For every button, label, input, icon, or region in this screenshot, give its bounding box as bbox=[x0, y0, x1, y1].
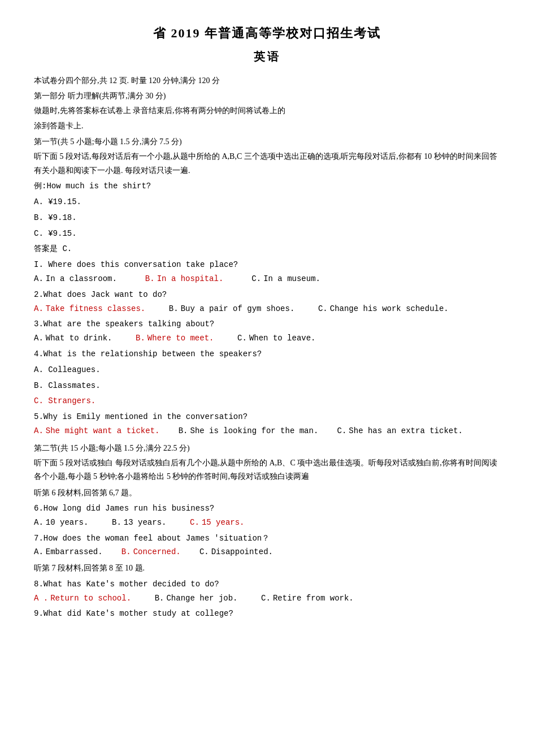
sub-title: 英语 bbox=[34, 47, 500, 66]
q4-opt-a: A. Colleagues. bbox=[34, 364, 500, 377]
q7-opt-c-text: Disappointed. bbox=[211, 546, 273, 559]
q6-opt-a-text: 10 years. bbox=[46, 516, 89, 530]
q1-opt-a-text: In a classroom. bbox=[46, 273, 117, 286]
q5-opt-a-label: A. bbox=[34, 425, 44, 438]
q3-options: A. What to drink. B. Where to meet. C. W… bbox=[34, 332, 500, 345]
q5-opt-b-label: B. bbox=[179, 425, 188, 438]
q8-opt-c-text: Retire from work. bbox=[273, 592, 354, 606]
q1-opt-b-text: In a hospital. bbox=[157, 273, 224, 286]
q2-opt-a-text: Take fitness classes. bbox=[46, 303, 145, 316]
q8-opt-c-label: C. bbox=[261, 592, 271, 606]
q2-options: A. Take fitness classes. B. Buy a pair o… bbox=[34, 303, 500, 316]
q7-opt-a-text: Embarrassed. bbox=[46, 546, 103, 559]
q5-opt-a-text: She might want a ticket. bbox=[46, 425, 160, 438]
q1-opt-b-label: B. bbox=[145, 273, 155, 286]
q6-opt-a-label: A. bbox=[34, 516, 44, 530]
example-option-a: A. ¥19.15. bbox=[34, 196, 500, 209]
q3-opt-a-text: What to drink. bbox=[46, 332, 112, 345]
example-answer: 答案是 C. bbox=[34, 243, 500, 256]
main-title: 省 2019 年普通高等学校对口招生考试 bbox=[34, 23, 500, 44]
q7-options: A. Embarrassed. B. Concerned. C. Disappo… bbox=[34, 546, 500, 559]
q5-text: 5.Why is Emily mentioned in the conversa… bbox=[34, 411, 500, 424]
q7-opt-c-label: C. bbox=[199, 546, 209, 559]
q6-opt-b-label: B. bbox=[112, 516, 121, 530]
q7-opt-a-label: A. bbox=[34, 546, 44, 559]
q2-opt-b-label: B. bbox=[169, 303, 179, 316]
q3-opt-b-text: Where to meet. bbox=[147, 332, 214, 345]
section2-intro: 听下面 5 段对话或独白 每段对话或独白后有几个小题,从题中所给的 A,B、C … bbox=[34, 456, 500, 484]
q1-opt-c-text: In a museum. bbox=[263, 273, 320, 286]
q6-options: A. 10 years. B. 13 years. C. 15 years. bbox=[34, 516, 500, 530]
q1-opt-c-label: C. bbox=[251, 273, 261, 286]
q8-opt-b-label: B. bbox=[155, 592, 164, 606]
intro-block: 本试卷分四个部分,共 12 页. 时量 120 分钟,满分 120 分 第一部分… bbox=[34, 74, 500, 133]
example-option-b: B. ¥9.18. bbox=[34, 211, 500, 225]
intro-line-4: 涂到答题卡上. bbox=[34, 119, 500, 133]
q2-opt-b-text: Buy a pair of gym shoes. bbox=[181, 303, 295, 316]
q7-opt-b-text: Concerned. bbox=[133, 546, 181, 559]
q1-text: I. Where does this conversation take pla… bbox=[34, 258, 500, 272]
q4-text: 4.What is the relationship between the s… bbox=[34, 348, 500, 361]
q3-opt-b-label: B. bbox=[136, 332, 145, 345]
intro-line-3: 做题时,先将答案标在试卷上 录音结束后,你将有两分钟的时间将试卷上的 bbox=[34, 104, 500, 118]
intro-line-2: 第一部分 听力理解(共两节,满分 30 分) bbox=[34, 89, 500, 103]
q4-opt-c: C. Strangers. bbox=[34, 395, 500, 408]
q3-opt-c-text: When to leave. bbox=[249, 332, 316, 345]
q5-opt-b-text: She is looking for the man. bbox=[190, 425, 318, 438]
q5-opt-c-label: C. bbox=[337, 425, 347, 438]
q6-opt-c-text: 15 years. bbox=[202, 516, 245, 530]
section1-intro: 听下面 5 段对话,每段对话后有一个小题,从题中所给的 A,B,C 三个选项中选… bbox=[34, 150, 500, 178]
q1-opt-a-label: A. bbox=[34, 273, 44, 286]
q2-opt-c-label: C. bbox=[318, 303, 328, 316]
q4-opt-b: B. Classmates. bbox=[34, 379, 500, 393]
q5-options: A. She might want a ticket. B. She is lo… bbox=[34, 425, 500, 438]
q8-text: 8.What has Kate's mother decided to do? bbox=[34, 578, 500, 591]
q6-opt-b-text: 13 years. bbox=[124, 516, 167, 530]
example-option-c: C. ¥9.15. bbox=[34, 227, 500, 241]
section1-header: 第一节(共 5 小题;每小题 1.5 分,满分 7.5 分) bbox=[34, 135, 500, 149]
q5-opt-c-text: She has an extra ticket. bbox=[349, 425, 463, 438]
q8-opt-b-text: Change her job. bbox=[166, 592, 237, 606]
q3-opt-c-label: C. bbox=[237, 332, 247, 345]
page-container: 省 2019 年普通高等学校对口招生考试 英语 本试卷分四个部分,共 12 页.… bbox=[34, 23, 500, 621]
q8-opt-a-label: A . bbox=[34, 592, 48, 606]
q8-options: A . Return to school. B. Change her job.… bbox=[34, 592, 500, 606]
q3-opt-a-label: A. bbox=[34, 332, 44, 345]
q1-options: A. In a classroom. B. In a hospital. C. … bbox=[34, 273, 500, 286]
q6-opt-c-label: C. bbox=[190, 516, 199, 530]
intro-line-1: 本试卷分四个部分,共 12 页. 时量 120 分钟,满分 120 分 bbox=[34, 74, 500, 88]
q2-opt-c-text: Change his work schedule. bbox=[330, 303, 449, 316]
q7-opt-b-label: B. bbox=[121, 546, 131, 559]
q3-text: 3.What are the speakers talking about? bbox=[34, 318, 500, 331]
passage-label-8: 听第 7 段材料,回答第 8 至 10 题. bbox=[34, 561, 500, 576]
section2-header: 第二节(共 15 小题;每小题 1.5 分,满分 22.5 分) bbox=[34, 442, 500, 455]
q7-text: 7.How does the woman feel about James 's… bbox=[34, 532, 500, 546]
passage-label-6: 听第 6 段材料,回答第 6,7 题。 bbox=[34, 486, 500, 500]
q2-opt-a-label: A. bbox=[34, 303, 44, 316]
q9-text: 9.What did Kate's mother study at colleg… bbox=[34, 607, 500, 621]
q6-text: 6.How long did James run his business? bbox=[34, 502, 500, 516]
q8-opt-a-text: Return to school. bbox=[50, 592, 131, 606]
q2-text: 2.What does Jack want to do? bbox=[34, 288, 500, 302]
example-label: 例:How much is the shirt? bbox=[34, 180, 500, 193]
